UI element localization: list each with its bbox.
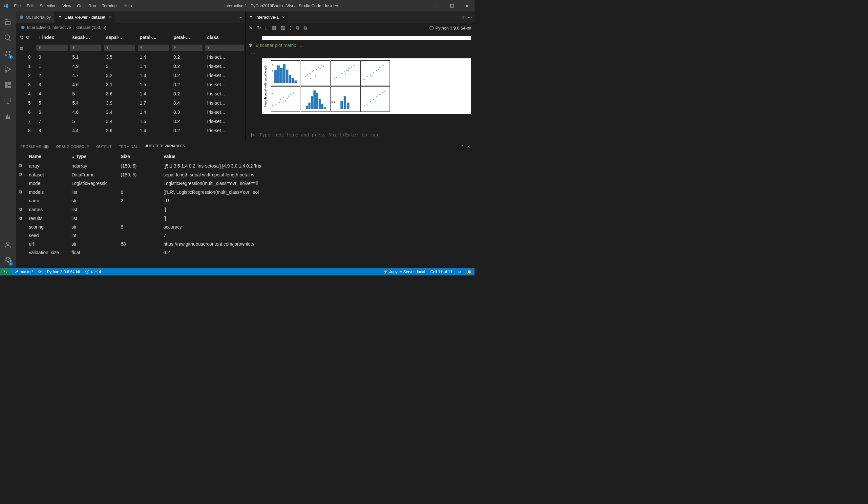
feedback-icon[interactable]: ☺ — [455, 268, 464, 275]
menu-go[interactable]: Go — [74, 2, 85, 10]
remote-explorer-icon[interactable] — [0, 93, 16, 108]
remote-button[interactable] — [0, 268, 11, 275]
menu-help[interactable]: Help — [121, 2, 135, 10]
cell-ellipsis[interactable]: … — [299, 43, 304, 48]
col-header[interactable]: sepal-… — [69, 31, 103, 43]
accounts-icon[interactable] — [0, 237, 16, 252]
explorer-icon[interactable] — [0, 14, 16, 30]
extensions-icon[interactable] — [0, 77, 16, 93]
clear-icon[interactable]: ✕ — [249, 25, 253, 31]
variable-row[interactable]: ⧉ results list [] — [16, 214, 475, 223]
table-row[interactable]: 4 4 5 3.6 1.4 0.2 Iris-set… — [16, 89, 245, 98]
col-header[interactable]: index — [42, 35, 54, 40]
maximize-panel-icon[interactable]: ⌃ — [461, 145, 464, 149]
notifications-icon[interactable]: 🔔 — [464, 268, 475, 275]
variable-row[interactable]: ⧉ names list [] — [16, 205, 475, 214]
close-icon[interactable]: × — [282, 15, 285, 20]
table-row[interactable]: 2 2 4.7 3.2 1.3 0.2 Iris-set… — [16, 71, 245, 80]
menu-terminal[interactable]: Terminal — [100, 2, 120, 10]
table-row[interactable]: 5 5 5.4 3.9 1.7 0.4 Iris-set… — [16, 98, 245, 107]
variable-row[interactable]: name str 2 LR — [16, 197, 475, 205]
panel-tab-terminal[interactable]: TERMINAL — [119, 145, 138, 148]
more-actions-icon[interactable]: ⋯ — [468, 15, 472, 20]
tab-data-viewer[interactable]: ≡ Data Viewer - dataset × — [54, 11, 115, 23]
variable-row[interactable]: ⧉ array ndarray (150, 5) [[5.1 3.5 1.4 0… — [16, 161, 475, 170]
breadcrumb-seg[interactable]: dataset (150, 5) — [76, 25, 106, 30]
expand-icon[interactable]: ⧉ — [296, 25, 300, 31]
variables-icon[interactable]: ▦ — [272, 25, 277, 31]
table-row[interactable]: 7 7 5 3.4 1.5 0.2 Iris-set… — [16, 117, 245, 126]
search-icon[interactable] — [0, 30, 16, 45]
problems-status[interactable]: ⓧ4 ⚠4 — [83, 268, 104, 275]
collapse-icon[interactable]: ⧉ — [303, 25, 307, 31]
source-control-icon[interactable]: 2 — [0, 45, 16, 61]
close-icon[interactable]: × — [108, 15, 111, 20]
filter-input[interactable] — [138, 45, 169, 51]
split-editor-icon[interactable]: ◫ — [462, 15, 466, 20]
variable-row[interactable]: scoring str 8 accuracy — [16, 223, 475, 231]
expand-variable-icon[interactable]: ⧉ — [16, 161, 25, 170]
cell-marker-icon[interactable]: ✻ — [249, 43, 253, 48]
more-actions-icon[interactable]: ⋯ — [238, 15, 242, 20]
run-debug-icon[interactable] — [0, 61, 16, 77]
table-row[interactable]: 6 6 4.6 3.4 1.4 0.3 Iris-set… — [16, 107, 245, 117]
panel-tab-jupyter-variables[interactable]: JUPYTER: VARIABLES — [145, 144, 185, 149]
git-branch[interactable]: ⎇master* — [11, 268, 36, 275]
expand-variable-icon[interactable]: ⧉ — [16, 205, 25, 214]
settings-gear-icon[interactable]: 1 — [0, 252, 16, 268]
filter-input[interactable] — [172, 45, 203, 51]
jupyter-server[interactable]: ⚡Jupyter Server: local — [380, 268, 427, 275]
refresh-icon[interactable]: ↻ — [25, 35, 30, 40]
kernel-selector[interactable]: 🖵 Python 3.9.6 64-bit — [429, 25, 471, 31]
gutter-ellipsis[interactable]: ⋯ — [251, 51, 471, 56]
panel-tab-problems[interactable]: PROBLEMS8 — [20, 145, 49, 148]
run-icon[interactable]: ▷ — [251, 132, 255, 137]
menu-edit[interactable]: Edit — [24, 2, 37, 10]
code-input[interactable]: Type code here and press Shift+Enter to … — [259, 132, 469, 137]
sync-button[interactable]: ⟳ — [36, 268, 44, 275]
save-icon[interactable]: 🖫 — [281, 25, 286, 31]
filter-icon[interactable]: ⦪ — [19, 35, 24, 40]
sort-asc-icon[interactable]: ↑ — [38, 35, 41, 40]
close-button[interactable]: ✕ — [459, 0, 475, 11]
var-header-name[interactable]: Name — [25, 152, 68, 161]
menu-file[interactable]: File — [11, 2, 23, 10]
filter-input[interactable] — [70, 45, 101, 51]
maximize-button[interactable]: ☐ — [444, 0, 459, 11]
variable-row[interactable]: seed int 7 — [16, 231, 475, 240]
table-row[interactable]: 1 1 4.9 3 1.4 0.2 Iris-set… — [16, 62, 245, 71]
tab-interactive[interactable]: ≡ Interactive-1 × — [246, 11, 288, 23]
variable-row[interactable]: ⧉ models list 6 [('LR', LogisticRegressi… — [16, 188, 475, 197]
col-header[interactable]: sepal-… — [103, 31, 136, 43]
menu-run[interactable]: Run — [86, 2, 99, 10]
panel-tab-debug-console[interactable]: DEBUG CONSOLE — [56, 145, 89, 148]
panel-tab-output[interactable]: OUTPUT — [96, 145, 112, 148]
python-env[interactable]: Python 3.9.6 64-bit — [44, 268, 83, 275]
variable-row[interactable]: ⧉ dataset DataFrame (150, 5) sepal-lengt… — [16, 170, 475, 179]
row-menu-icon[interactable]: ≣ — [17, 45, 24, 51]
close-panel-icon[interactable]: ✕ — [467, 145, 470, 149]
table-row[interactable]: 0 0 5.1 3.5 1.4 0.2 Iris-set… — [16, 52, 245, 62]
tab-mltutorial[interactable]: ⬢ MLTutorial.py — [16, 11, 54, 23]
col-header[interactable]: class — [204, 31, 245, 43]
breadcrumb-seg[interactable]: Interactive-1.interactive — [27, 25, 71, 30]
table-row[interactable]: 3 3 4.6 3.1 1.5 0.2 Iris-set… — [16, 80, 245, 89]
liveshare-icon[interactable] — [0, 108, 16, 124]
col-header[interactable]: petal-… — [136, 31, 170, 43]
filter-input[interactable] — [37, 45, 68, 51]
var-header-type[interactable]: ▲ Type — [68, 152, 117, 161]
menu-selection[interactable]: Selection — [37, 2, 59, 10]
minimize-button[interactable]: ─ — [429, 0, 444, 11]
expand-variable-icon[interactable]: ⧉ — [16, 170, 25, 179]
variable-row[interactable]: validation_size float 0.2 — [16, 248, 475, 257]
col-header[interactable]: petal-… — [170, 31, 204, 43]
menu-view[interactable]: View — [60, 2, 74, 10]
var-header-value[interactable]: Value — [160, 152, 475, 161]
variable-row[interactable]: model LogisticRegressic LogisticRegressi… — [16, 179, 475, 188]
expand-variable-icon[interactable]: ⧉ — [16, 214, 25, 223]
export-icon[interactable]: ⤴ — [289, 25, 292, 31]
var-header-size[interactable]: Size — [117, 152, 160, 161]
filter-input[interactable] — [205, 45, 244, 51]
variable-row[interactable]: url str 68 https://raw.githubusercontent… — [16, 240, 475, 248]
restart-icon[interactable]: ↻ — [257, 25, 261, 31]
